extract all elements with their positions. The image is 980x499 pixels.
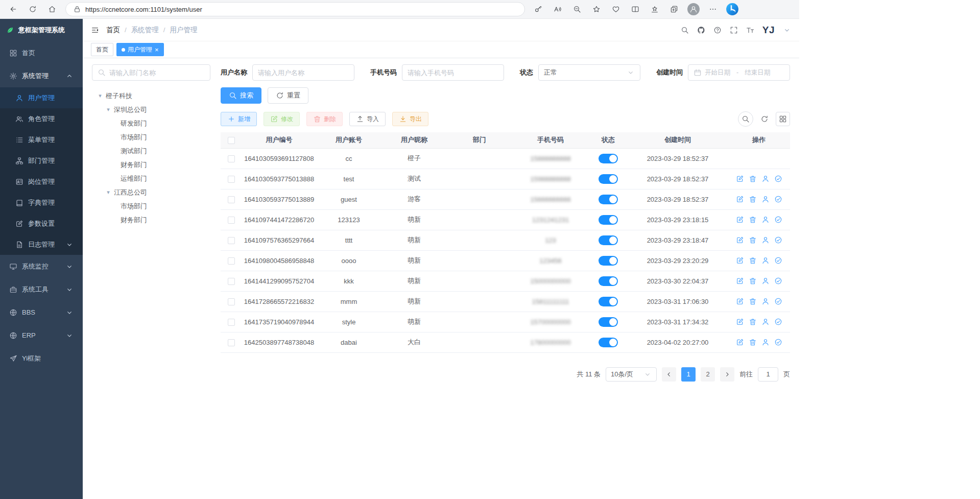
sidebar-item-home[interactable]: 首页 [0,41,83,64]
search-icon[interactable] [681,26,689,34]
sidebar-item-menus[interactable]: 菜单管理 [0,129,83,150]
row-checkbox[interactable] [228,339,235,346]
reset-password-icon[interactable] [761,236,770,244]
assign-role-icon[interactable] [774,338,782,346]
sidebar-item-logs[interactable]: 日志管理 [0,234,83,255]
row-checkbox[interactable] [228,196,235,203]
assign-role-icon[interactable] [774,236,782,244]
browser-essentials-icon[interactable] [607,1,625,17]
favorites-bar-icon[interactable] [646,1,664,17]
dept-search-input[interactable] [109,69,205,77]
sidebar-item-posts[interactable]: 岗位管理 [0,171,83,192]
collections-icon[interactable] [665,1,683,17]
sidebar-item-monitor[interactable]: 系统监控 [0,255,83,278]
zoom-out-icon[interactable] [568,1,586,17]
delete-icon[interactable] [749,236,757,244]
reset-password-icon[interactable] [761,216,770,224]
status-toggle[interactable] [599,174,618,184]
tree-node-dept[interactable]: 测试部门 [92,144,210,158]
breadcrumb-system[interactable]: 系统管理 [131,26,159,35]
status-toggle[interactable] [599,297,618,306]
key-icon[interactable] [529,1,547,17]
address-bar[interactable]: https://ccnetcore.com:1101/system/user [65,2,525,16]
home-icon[interactable] [43,1,61,17]
row-checkbox[interactable] [228,278,235,285]
sidebar-item-params[interactable]: 参数设置 [0,213,83,234]
help-icon[interactable] [713,26,722,34]
sidebar-item-erp[interactable]: ERP [0,324,83,347]
import-button[interactable]: 导入 [349,112,386,126]
back-icon[interactable] [4,1,22,17]
tree-node-company[interactable]: ▾ 江西总公司 [92,185,210,199]
edit-icon[interactable] [736,338,744,346]
select-all-checkbox[interactable] [228,137,235,144]
sidebar-item-depts[interactable]: 部门管理 [0,150,83,171]
date-range-picker[interactable]: 开始日期 - 结束日期 [688,64,790,81]
sidebar-item-bbs[interactable]: BBS [0,301,83,324]
tree-caret-icon[interactable]: ▾ [105,106,111,113]
toggle-search-icon[interactable] [738,111,753,127]
status-toggle[interactable] [599,256,618,266]
split-screen-icon[interactable] [626,1,644,17]
tab-user-management[interactable]: 用户管理 × [116,43,164,56]
delete-icon[interactable] [749,256,757,265]
favorite-star-icon[interactable] [587,1,606,17]
assign-role-icon[interactable] [774,195,782,203]
tree-node-dept[interactable]: 运维部门 [92,172,210,185]
assign-role-icon[interactable] [774,175,782,183]
close-icon[interactable]: × [155,46,159,53]
username-input[interactable] [258,69,349,77]
status-toggle[interactable] [599,215,618,225]
status-toggle[interactable] [599,195,618,204]
edit-icon[interactable] [736,277,744,285]
reset-password-icon[interactable] [761,277,770,285]
github-icon[interactable] [697,26,705,34]
sidebar-item-tools[interactable]: 系统工具 [0,278,83,301]
reset-password-icon[interactable] [761,175,770,183]
tab-home[interactable]: 首页 [91,43,113,56]
modify-button[interactable]: 修改 [264,112,300,126]
breadcrumb-home[interactable]: 首页 [106,26,120,35]
reset-button[interactable]: 重置 [268,87,308,104]
delete-icon[interactable] [749,297,757,305]
sidebar-item-dicts[interactable]: 字典管理 [0,192,83,213]
refresh-icon[interactable] [760,115,769,123]
bing-icon[interactable] [723,1,742,17]
edit-icon[interactable] [736,216,744,224]
sidebar-item-users[interactable]: 用户管理 [0,87,83,108]
prev-page-button[interactable] [662,367,676,382]
delete-icon[interactable] [749,338,757,346]
delete-icon[interactable] [749,277,757,285]
profile-icon[interactable] [684,1,703,17]
sidebar-item-system[interactable]: 系统管理 [0,64,83,87]
reset-password-icon[interactable] [761,297,770,305]
tree-caret-icon[interactable]: ▾ [105,189,111,196]
tree-node-dept[interactable]: 市场部门 [92,199,210,213]
page-size-select[interactable]: 10条/页 [606,367,657,382]
tree-node-dept[interactable]: 财务部门 [92,213,210,227]
reset-password-icon[interactable] [761,195,770,203]
phone-input[interactable] [408,69,498,77]
page-button-1[interactable]: 1 [681,367,696,382]
menu-fold-icon[interactable] [91,26,99,34]
more-icon[interactable] [704,1,722,17]
sidebar-item-roles[interactable]: 角色管理 [0,108,83,129]
delete-icon[interactable] [749,318,757,326]
fullscreen-icon[interactable] [730,26,738,34]
status-toggle[interactable] [599,154,618,163]
search-button[interactable]: 搜索 [221,87,261,104]
delete-icon[interactable] [749,175,757,183]
tree-node-root[interactable]: ▾ 橙子科技 [92,89,210,103]
edit-icon[interactable] [736,256,744,265]
assign-role-icon[interactable] [774,297,782,305]
edit-icon[interactable] [736,236,744,244]
user-avatar-logo[interactable]: YJ [762,25,775,36]
assign-role-icon[interactable] [774,277,782,285]
export-button[interactable]: 导出 [392,112,428,126]
delete-icon[interactable] [749,195,757,203]
tree-node-company[interactable]: ▾ 深圳总公司 [92,103,210,116]
row-checkbox[interactable] [228,257,235,265]
edit-icon[interactable] [736,318,744,326]
edit-icon[interactable] [736,175,744,183]
assign-role-icon[interactable] [774,256,782,265]
